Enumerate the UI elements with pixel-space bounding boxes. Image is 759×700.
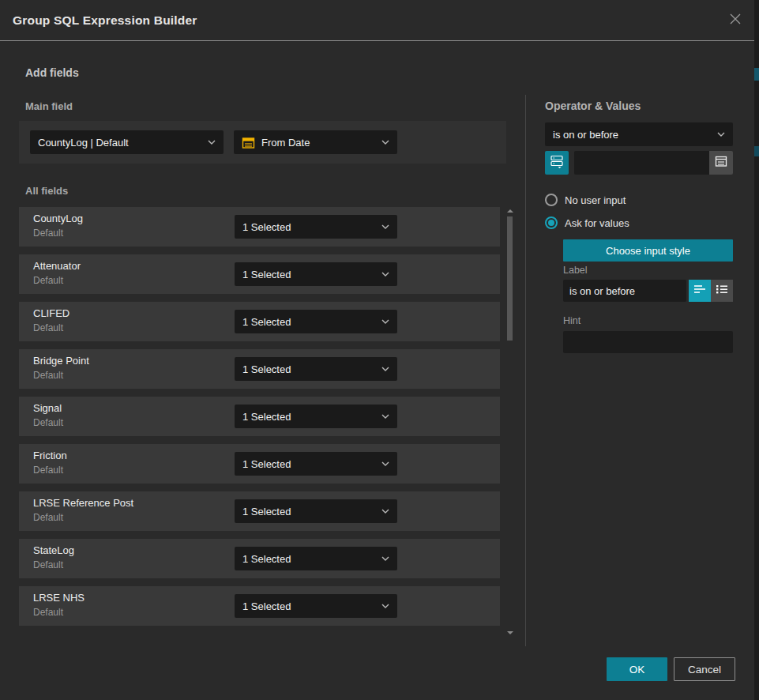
single-line-toggle[interactable] bbox=[689, 280, 711, 302]
field-selected-value: 1 Selected bbox=[242, 269, 291, 280]
chevron-down-icon bbox=[381, 224, 389, 229]
field-name: CountyLog bbox=[33, 213, 83, 224]
list-style-toggle[interactable] bbox=[711, 280, 733, 302]
unique-values-icon bbox=[550, 154, 564, 171]
add-fields-heading: Add fields bbox=[25, 66, 79, 79]
field-row: LRSE NHS Default 1 Selected bbox=[19, 586, 500, 626]
field-sublabel: Default bbox=[33, 465, 63, 476]
chevron-down-icon bbox=[717, 132, 725, 137]
dialog-title: Group SQL Expression Builder bbox=[13, 0, 197, 41]
field-sublabel: Default bbox=[33, 417, 63, 428]
hint-input[interactable] bbox=[563, 331, 733, 353]
field-row: CLIFED Default 1 Selected bbox=[19, 302, 500, 341]
list-scrollbar[interactable] bbox=[506, 207, 514, 637]
dialog-header: Group SQL Expression Builder bbox=[0, 0, 754, 41]
field-row: CountyLog Default 1 Selected bbox=[19, 207, 500, 247]
field-selected-value: 1 Selected bbox=[242, 221, 291, 233]
close-icon bbox=[727, 11, 743, 30]
operator-values-heading: Operator & Values bbox=[545, 100, 641, 112]
field-source-select[interactable]: CountyLog | Default bbox=[30, 130, 224, 154]
field-name: Bridge Point bbox=[33, 355, 89, 367]
align-left-icon bbox=[693, 284, 706, 298]
radio-label: No user input bbox=[565, 194, 626, 206]
chevron-down-icon bbox=[381, 414, 389, 419]
chevron-down-icon bbox=[381, 272, 389, 277]
unique-values-button[interactable] bbox=[545, 151, 569, 175]
field-source-select-value: CountyLog | Default bbox=[38, 137, 129, 149]
field-row: Attenuator Default 1 Selected bbox=[19, 254, 500, 294]
operator-select-value: is on or before bbox=[553, 129, 618, 141]
chevron-down-icon bbox=[381, 319, 389, 324]
field-selected-select[interactable]: 1 Selected bbox=[235, 452, 397, 476]
edge-accent bbox=[754, 68, 759, 81]
scroll-up-icon[interactable] bbox=[507, 209, 513, 213]
calendar-icon bbox=[715, 155, 727, 171]
field-name: Friction bbox=[33, 450, 67, 461]
choose-input-style-button[interactable]: Choose input style bbox=[563, 239, 733, 262]
chevron-down-icon bbox=[381, 556, 389, 561]
field-row: Signal Default 1 Selected bbox=[19, 397, 500, 436]
scrollbar-thumb[interactable] bbox=[507, 216, 513, 341]
field-sublabel: Default bbox=[33, 322, 63, 333]
radio-icon bbox=[545, 194, 558, 206]
field-selected-select[interactable]: 1 Selected bbox=[235, 262, 397, 286]
radio-label: Ask for values bbox=[565, 217, 629, 229]
field-name: LRSE Reference Post bbox=[33, 497, 133, 509]
list-icon bbox=[716, 284, 728, 298]
field-sublabel: Default bbox=[33, 370, 63, 381]
value-input-row bbox=[545, 151, 733, 175]
field-name: Attenuator bbox=[33, 260, 81, 272]
hint-caption: Hint bbox=[563, 315, 581, 326]
field-selected-select[interactable]: 1 Selected bbox=[235, 499, 397, 523]
date-picker-button[interactable] bbox=[709, 151, 733, 175]
field-name: LRSE NHS bbox=[33, 592, 85, 604]
scroll-down-icon[interactable] bbox=[507, 631, 513, 634]
chevron-down-icon bbox=[208, 140, 216, 145]
ok-button[interactable]: OK bbox=[607, 657, 667, 681]
date-field-select-value: From Date bbox=[261, 137, 310, 149]
field-name: CLIFED bbox=[33, 307, 70, 319]
radio-ask-for-values[interactable]: Ask for values bbox=[545, 216, 629, 229]
main-field-label: Main field bbox=[25, 100, 73, 112]
field-selected-value: 1 Selected bbox=[242, 458, 291, 470]
edge-accent bbox=[754, 146, 759, 156]
field-sublabel: Default bbox=[33, 607, 63, 618]
radio-no-user-input[interactable]: No user input bbox=[545, 194, 626, 206]
chevron-down-icon bbox=[381, 509, 389, 514]
field-selected-select[interactable]: 1 Selected bbox=[235, 594, 397, 618]
field-selected-select[interactable]: 1 Selected bbox=[235, 547, 397, 570]
field-selected-value: 1 Selected bbox=[242, 553, 291, 565]
right-edge-strip bbox=[754, 0, 759, 700]
panel-divider bbox=[525, 95, 526, 646]
radio-icon bbox=[545, 216, 558, 229]
field-selected-select[interactable]: 1 Selected bbox=[235, 310, 397, 333]
operator-select[interactable]: is on or before bbox=[545, 122, 733, 146]
field-selected-select[interactable]: 1 Selected bbox=[235, 357, 397, 381]
close-button[interactable] bbox=[726, 11, 745, 30]
field-selected-value: 1 Selected bbox=[242, 506, 291, 517]
field-name: StateLog bbox=[33, 544, 74, 556]
field-row: Bridge Point Default 1 Selected bbox=[19, 349, 500, 389]
field-sublabel: Default bbox=[33, 512, 63, 523]
chevron-down-icon bbox=[381, 140, 389, 145]
chevron-down-icon bbox=[381, 461, 389, 466]
calendar-icon bbox=[242, 136, 255, 149]
date-field-select[interactable]: From Date bbox=[234, 130, 397, 154]
label-input[interactable] bbox=[563, 280, 686, 302]
cancel-button[interactable]: Cancel bbox=[674, 657, 735, 681]
field-row: Friction Default 1 Selected bbox=[19, 444, 500, 484]
field-row: StateLog Default 1 Selected bbox=[19, 539, 500, 578]
field-selected-select[interactable]: 1 Selected bbox=[235, 405, 397, 428]
field-selected-value: 1 Selected bbox=[242, 600, 291, 612]
value-input[interactable] bbox=[574, 151, 709, 175]
field-sublabel: Default bbox=[33, 228, 63, 239]
field-selected-value: 1 Selected bbox=[242, 411, 291, 423]
field-selected-value: 1 Selected bbox=[242, 316, 291, 328]
main-field-panel: CountyLog | Default From Date bbox=[19, 121, 506, 164]
chevron-down-icon bbox=[381, 367, 389, 371]
field-sublabel: Default bbox=[33, 559, 63, 570]
field-selected-select[interactable]: 1 Selected bbox=[235, 215, 397, 239]
all-fields-label: All fields bbox=[25, 185, 68, 197]
chevron-down-icon bbox=[381, 604, 389, 608]
field-sublabel: Default bbox=[33, 275, 63, 286]
